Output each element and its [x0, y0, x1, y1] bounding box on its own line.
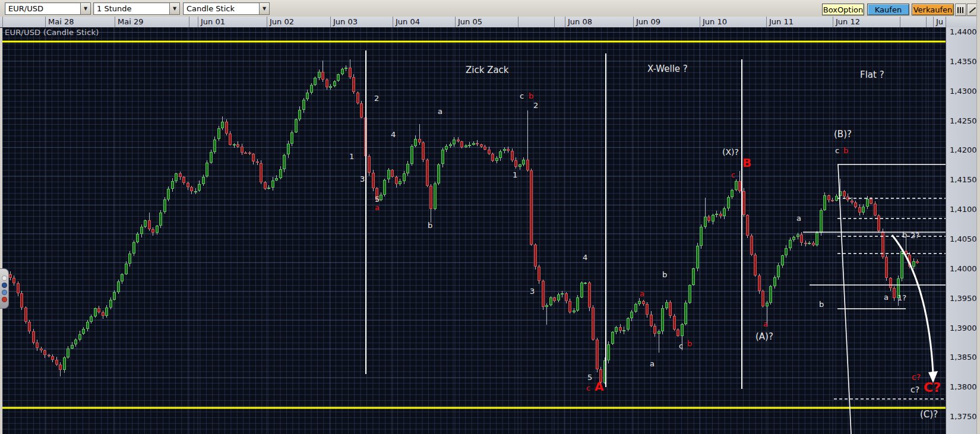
- wave-label: a: [375, 204, 380, 211]
- gauge-icon[interactable]: [2, 275, 7, 281]
- wave-label: b: [902, 231, 907, 239]
- price-axis-label: 1,4350: [950, 57, 977, 66]
- date-axis[interactable]: Mai 28Mai 29Jun 01Jun 02Jun 03Jun 04Jun …: [0, 17, 980, 28]
- boxoption-button[interactable]: BoxOption: [822, 4, 864, 15]
- wave-label: 2: [374, 94, 379, 102]
- chevron-down-icon[interactable]: ▼: [259, 2, 270, 15]
- price-axis-label: 1,3950: [950, 294, 977, 303]
- chart-title: EUR/USD (Candle Stick): [5, 28, 99, 37]
- wave-label: 4: [391, 131, 396, 138]
- wave-label: 5: [587, 373, 592, 381]
- date-axis-label: Mai 29: [115, 17, 189, 27]
- wave-label: a: [650, 360, 655, 368]
- symbol-select[interactable]: EUR/USD ▼: [5, 2, 91, 15]
- wave-label: 4: [583, 254, 587, 261]
- date-axis-gap: [900, 17, 926, 27]
- wave-label: 1: [349, 153, 354, 160]
- interval-select[interactable]: 1 Stunde ▼: [93, 2, 180, 15]
- price-axis-label: 1,4000: [950, 264, 977, 273]
- wave-label: C?: [924, 381, 941, 394]
- date-axis-label: Jun 09: [633, 17, 700, 27]
- wave-label: c: [586, 384, 590, 392]
- price-axis-label: 1,3750: [950, 412, 977, 421]
- date-axis-label: Jun 05: [455, 17, 518, 27]
- wave-label: a: [438, 107, 442, 115]
- red-record-icon[interactable]: [2, 297, 7, 302]
- wave-label: b: [662, 271, 667, 278]
- date-axis-gap: [518, 17, 554, 27]
- wave-label: 3: [360, 175, 365, 183]
- wave-label: c: [679, 342, 683, 350]
- wave-label: c?: [912, 373, 921, 381]
- chevron-down-icon[interactable]: ▼: [169, 2, 180, 15]
- chart-type-select[interactable]: Candle Stick ▼: [183, 2, 270, 15]
- annotations-layer: Zick ZackX-Welle ?Flat ?24135aab1cb2345c…: [2, 27, 946, 434]
- price-axis[interactable]: 1,44001,43501,43001,42501,42001,41501,41…: [946, 27, 977, 434]
- buy-button[interactable]: Kaufen: [867, 4, 909, 15]
- wave-label: c: [520, 92, 524, 100]
- wave-label: A: [595, 381, 603, 392]
- histogram-icon[interactable]: [955, 4, 966, 16]
- price-axis-label: 1,3800: [950, 382, 977, 391]
- interval-select-value[interactable]: 1 Stunde: [93, 2, 169, 15]
- date-axis-gap: [554, 17, 565, 27]
- date-axis-label: Mai 28: [45, 17, 115, 27]
- wave-label: 2?: [911, 232, 919, 239]
- wave-label: 1?: [897, 294, 906, 302]
- date-axis-label: Jun 10: [700, 17, 766, 27]
- wave-label: c: [835, 147, 839, 154]
- date-axis-label: Jun 04: [393, 17, 455, 27]
- wave-label: (B)?: [834, 130, 852, 139]
- wave-label: b: [843, 147, 848, 154]
- wave-label: Flat ?: [860, 71, 884, 80]
- date-axis-label: Ju: [933, 17, 946, 27]
- date-axis-label: Jun 03: [330, 17, 393, 27]
- wave-label: 5: [375, 195, 380, 203]
- price-axis-label: 1,3900: [950, 324, 977, 332]
- wave-label: c?: [911, 385, 919, 394]
- date-axis-gap: [946, 17, 976, 27]
- wave-label: c: [731, 172, 735, 179]
- blue-tool-icon[interactable]: [2, 290, 7, 295]
- wave-label: b: [529, 92, 533, 100]
- wave-label: a: [796, 214, 801, 222]
- wave-label: b: [428, 221, 432, 229]
- wave-label: (A)?: [755, 332, 773, 341]
- trading-app-window: EUR/USD ▼ 1 Stunde ▼ Candle Stick ▼ BoxO…: [0, 0, 980, 434]
- wave-label: b: [819, 300, 824, 308]
- wave-label: 2: [533, 102, 538, 109]
- price-axis-label: 1,4400: [950, 27, 977, 36]
- symbol-select-value[interactable]: EUR/USD: [5, 2, 80, 15]
- sell-button[interactable]: Verkaufen: [912, 4, 954, 15]
- price-axis-label: 1,3850: [950, 353, 977, 362]
- right-frame-strip: [976, 0, 980, 434]
- navy-tool-icon[interactable]: [2, 283, 7, 288]
- date-axis-label: Jun 02: [267, 17, 330, 27]
- wave-label: X-Welle ?: [647, 65, 688, 74]
- top-toolbar: EUR/USD ▼ 1 Stunde ▼ Candle Stick ▼ BoxO…: [0, 0, 980, 17]
- wave-label: (C)?: [920, 410, 938, 419]
- chevron-down-icon[interactable]: ▼: [80, 2, 91, 15]
- date-axis-label: Jun 08: [565, 17, 633, 27]
- wave-label: 3: [530, 287, 535, 295]
- wave-label: a: [640, 290, 644, 297]
- wave-label: Zick Zack: [466, 66, 509, 75]
- price-axis-label: 1,4150: [950, 175, 977, 184]
- wave-label: 1: [513, 171, 517, 179]
- chart-canvas[interactable]: EUR/USD (Candle Stick) Zick ZackX-Welle …: [2, 27, 946, 434]
- mini-toolbar[interactable]: [0, 268, 9, 309]
- price-axis-label: 1,4100: [950, 205, 977, 214]
- date-axis-gap: [2, 17, 45, 27]
- price-axis-label: 1,4050: [950, 235, 977, 243]
- price-axis-label: 1,4200: [950, 145, 977, 154]
- date-axis-gap: [926, 17, 933, 27]
- date-axis-label: Jun 12: [833, 17, 900, 27]
- wave-label: (X)?: [722, 148, 739, 156]
- wave-label: B: [742, 157, 751, 169]
- wave-label: b: [687, 340, 692, 347]
- wave-label: a: [763, 320, 768, 328]
- date-axis-label: Jun 01: [198, 17, 267, 27]
- chart-type-select-value[interactable]: Candle Stick: [183, 2, 259, 15]
- date-axis-gap: [189, 17, 198, 27]
- price-axis-label: 1,4250: [950, 116, 977, 125]
